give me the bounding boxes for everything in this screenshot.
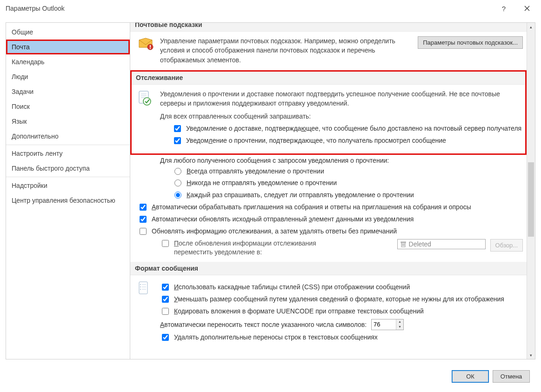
sidebar-item-tasks[interactable]: Задачи <box>6 84 130 99</box>
content-scrollbar[interactable]: ▴ ▾ <box>527 23 535 359</box>
svg-rect-14 <box>139 282 147 294</box>
browse-button: Обзор... <box>490 239 523 252</box>
envelope-info-icon <box>138 36 154 50</box>
checkbox-update-delete[interactable] <box>140 228 147 235</box>
radio-never-send-label: Никогда не отправлять уведомление о проч… <box>187 179 337 188</box>
checkbox-shrink-msg-label: Уменьшать размер сообщений путем удалени… <box>174 295 504 304</box>
checkbox-delivery-receipt-label: Уведомление о доставке, подтверждающее, … <box>186 124 521 133</box>
svg-rect-10 <box>401 242 406 243</box>
radio-always-send[interactable] <box>174 168 181 175</box>
sidebar-item-qat[interactable]: Панель быстрого доступа <box>6 161 130 176</box>
scroll-down-button[interactable]: ▾ <box>527 351 535 359</box>
checkbox-shrink-msg[interactable] <box>162 296 169 303</box>
sidebar-item-mail[interactable]: Почта <box>6 40 130 54</box>
svg-point-15 <box>140 284 141 285</box>
radio-ask-each-time-label: Каждый раз спрашивать, следует ли отправ… <box>187 191 414 200</box>
checkbox-read-receipt-label: Уведомление о прочтении, подтверждающее,… <box>186 136 446 146</box>
section-header-msgformat: Формат сообщения <box>130 262 527 275</box>
checkbox-move-receipt-label: После обновления информации отслеживания… <box>174 239 355 257</box>
svg-rect-3 <box>150 48 151 49</box>
checkbox-remove-extra-breaks-label: Удалять дополнительные переносы строк в … <box>174 333 378 342</box>
section-header-tracking: Отслеживание <box>131 71 526 85</box>
svg-rect-2 <box>150 45 151 47</box>
sidebar-item-language[interactable]: Язык <box>6 114 130 129</box>
category-sidebar: Общие Почта Календарь Люди Задачи Поиск … <box>6 22 130 359</box>
wrap-chars-spinner[interactable]: ▲ ▼ <box>371 319 404 330</box>
checkbox-remove-extra-breaks[interactable] <box>162 334 169 341</box>
tracking-description: Уведомления о прочтении и доставке помог… <box>160 89 523 108</box>
radio-ask-each-time[interactable] <box>174 192 181 199</box>
sidebar-item-advanced[interactable]: Дополнительно <box>6 129 130 144</box>
checkbox-delivery-receipt[interactable] <box>174 125 181 132</box>
mailtips-options-button[interactable]: Параметры почтовых подсказок... <box>418 36 523 49</box>
radio-always-send-label: Всегда отправлять уведомление о прочтени… <box>187 167 324 176</box>
move-folder-field: Deleted <box>397 239 486 249</box>
sidebar-item-trust[interactable]: Центр управления безопасностью <box>6 193 130 208</box>
move-folder-value: Deleted <box>409 240 431 248</box>
checkbox-update-delete-label: Обновлять информацию отслеживания, а зат… <box>152 227 397 236</box>
checkbox-auto-update[interactable] <box>140 216 147 223</box>
spinner-down[interactable]: ▼ <box>396 325 403 330</box>
checkbox-auto-update-label: Автоматически обновлять исходный отправл… <box>152 215 414 224</box>
mailtips-description: Управление параметрами почтовых подсказо… <box>160 36 411 65</box>
tracking-request-label: Для всех отправленных сообщений запрашив… <box>160 112 523 121</box>
section-header-mailtips: Почтовые подсказки <box>130 23 527 32</box>
for-any-received-label: Для любого полученного сообщения с запро… <box>160 157 523 164</box>
close-button[interactable] <box>520 1 534 16</box>
window-title: Параметры Outlook <box>6 5 65 12</box>
cancel-button[interactable]: Отмена <box>493 370 530 383</box>
svg-point-8 <box>143 98 151 105</box>
sidebar-item-general[interactable]: Общие <box>6 25 130 40</box>
checkbox-use-css-label: Использовать каскадные таблицы стилей (C… <box>174 283 410 292</box>
spinner-up[interactable]: ▲ <box>396 319 403 325</box>
svg-point-17 <box>140 286 141 287</box>
checkbox-use-css[interactable] <box>162 284 169 291</box>
sidebar-item-calendar[interactable]: Календарь <box>6 54 130 69</box>
tracking-icon <box>138 89 154 106</box>
ok-button[interactable]: ОК <box>452 370 489 383</box>
sidebar-item-people[interactable]: Люди <box>6 69 130 84</box>
scroll-thumb[interactable] <box>528 162 534 237</box>
sidebar-item-ribbon[interactable]: Настроить ленту <box>6 146 130 161</box>
checkbox-move-receipt[interactable] <box>162 240 169 247</box>
checkbox-uuencode[interactable] <box>162 308 169 315</box>
checkbox-uuencode-label: Кодировать вложения в формате UUENCODE п… <box>174 307 424 316</box>
trash-icon <box>401 241 406 247</box>
radio-never-send[interactable] <box>174 179 181 186</box>
wrap-text-label: Автоматически переносить текст после ука… <box>160 320 367 329</box>
help-button[interactable]: ? <box>496 1 511 16</box>
sidebar-item-search[interactable]: Поиск <box>6 99 130 114</box>
document-icon <box>138 280 154 296</box>
svg-point-19 <box>140 289 141 290</box>
options-content: Почтовые подсказки Управление параметрам… <box>130 23 527 359</box>
wrap-chars-input[interactable] <box>372 319 396 330</box>
sidebar-item-addins[interactable]: Надстройки <box>6 178 130 193</box>
checkbox-auto-process-label: Автоматически обрабатывать приглашения н… <box>152 203 471 212</box>
checkbox-auto-process[interactable] <box>140 204 147 211</box>
checkbox-read-receipt[interactable] <box>174 137 181 144</box>
scroll-up-button[interactable]: ▴ <box>527 23 535 31</box>
